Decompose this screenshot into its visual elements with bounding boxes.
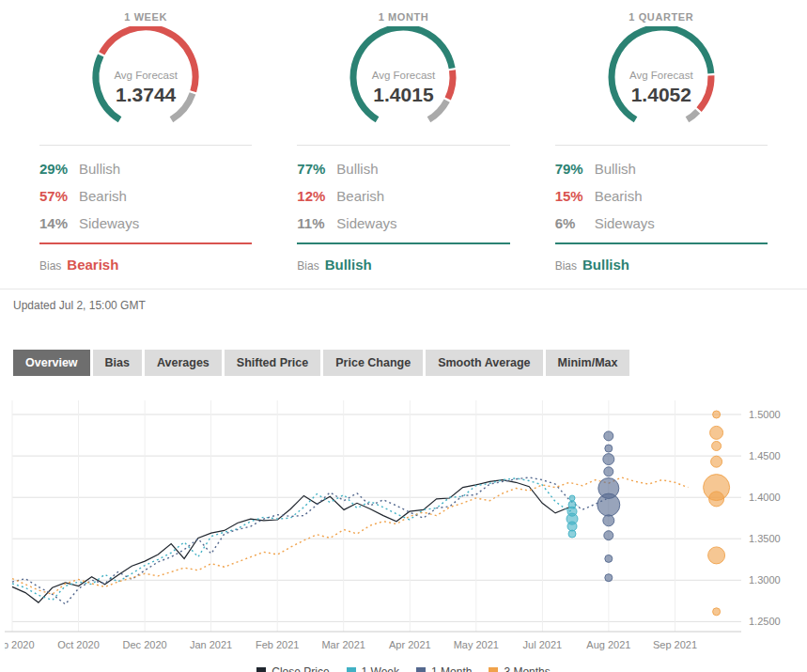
- svg-text:1.3000: 1.3000: [749, 574, 781, 586]
- svg-text:Aug 2021: Aug 2021: [586, 639, 630, 650]
- forecast-poll-widget: 1 WEEK Avg Forecast 1.3744 29% Bullish 5…: [0, 0, 807, 672]
- svg-text:May 2021: May 2021: [454, 639, 499, 650]
- bullish-row: 29% Bullish: [39, 155, 252, 182]
- bullish-percent: 29%: [39, 161, 79, 177]
- sideways-percent: 6%: [555, 215, 595, 231]
- close-price-swatch: [256, 667, 266, 672]
- avg-forecast-label: Avg Forecast: [323, 70, 483, 81]
- sideways-row: 6% Sideways: [555, 210, 768, 237]
- svg-text:1.2500: 1.2500: [749, 616, 781, 627]
- bias-label: Bias: [555, 259, 577, 273]
- one-month-swatch: [416, 667, 426, 672]
- gauge-wrap: Avg Forecast 1.3744: [66, 26, 225, 132]
- tab-smooth-average[interactable]: Smooth Average: [426, 350, 542, 376]
- avg-forecast-label: Avg Forecast: [66, 70, 225, 81]
- avg-forecast-value: 1.4015: [323, 84, 483, 106]
- bias-rule: [555, 242, 768, 244]
- sideways-label: Sideways: [336, 215, 396, 231]
- svg-text:Sep 2021: Sep 2021: [653, 639, 697, 650]
- bias-value: Bullish: [582, 257, 629, 273]
- svg-text:Sep 2020: Sep 2020: [5, 639, 35, 650]
- avg-forecast-value: 1.4052: [582, 84, 741, 106]
- bearish-row: 12% Bearish: [297, 182, 509, 210]
- sideways-row: 14% Sideways: [39, 210, 252, 237]
- forecast-chart[interactable]: 1.25001.30001.35001.40001.45001.5000Sep …: [0, 389, 807, 664]
- one-week-swatch: [347, 667, 356, 672]
- forecast-cards: 1 WEEK Avg Forecast 1.3744 29% Bullish 5…: [0, 11, 807, 273]
- gauge-wrap: Avg Forecast 1.4052: [582, 26, 741, 132]
- card-period-label: 1 WEEK: [39, 11, 252, 23]
- card-period-label: 1 MONTH: [297, 11, 509, 23]
- bullish-row: 77% Bullish: [297, 155, 509, 182]
- svg-text:Jan 2021: Jan 2021: [190, 639, 232, 650]
- chart-tabs: OverviewBiasAveragesShifted PricePrice C…: [13, 350, 807, 376]
- bias-value: Bullish: [325, 257, 372, 273]
- bearish-row: 57% Bearish: [39, 182, 252, 210]
- legend-3-months[interactable]: 3 Months: [489, 665, 550, 672]
- tab-minim-max[interactable]: Minim/Max: [546, 350, 630, 376]
- sideways-percent: 14%: [39, 215, 79, 231]
- card-divider: [555, 145, 768, 146]
- bias-label: Bias: [39, 259, 61, 273]
- bullish-label: Bullish: [79, 161, 120, 177]
- bearish-percent: 57%: [39, 188, 79, 204]
- tab-averages[interactable]: Averages: [145, 350, 222, 376]
- avg-forecast-value: 1.3744: [66, 84, 225, 106]
- bias-rule: [297, 242, 509, 244]
- sideways-label: Sideways: [79, 215, 139, 231]
- svg-text:Mar 2021: Mar 2021: [321, 639, 365, 650]
- card-1-week: 1 WEEK Avg Forecast 1.3744 29% Bullish 5…: [17, 11, 274, 273]
- legend-1-week[interactable]: 1 Week: [347, 665, 399, 672]
- sideways-percent: 11%: [297, 215, 336, 231]
- bearish-label: Bearish: [79, 188, 127, 204]
- tab-shifted-price[interactable]: Shifted Price: [225, 350, 320, 376]
- three-months-swatch: [489, 667, 498, 672]
- svg-text:Dec 2020: Dec 2020: [123, 639, 167, 650]
- avg-forecast-label: Avg Forecast: [582, 70, 741, 81]
- card-period-label: 1 QUARTER: [555, 11, 768, 23]
- svg-text:Feb 2021: Feb 2021: [256, 639, 299, 650]
- bullish-label: Bullish: [595, 161, 636, 177]
- bearish-label: Bearish: [336, 188, 384, 204]
- bearish-row: 15% Bearish: [555, 182, 768, 210]
- legend-close-price[interactable]: Close Price: [256, 665, 329, 672]
- svg-text:1.4000: 1.4000: [749, 492, 781, 503]
- forecast-chart-canvas[interactable]: 1.25001.30001.35001.40001.45001.5000Sep …: [5, 389, 802, 660]
- bias-value: Bearish: [67, 257, 118, 273]
- bearish-label: Bearish: [595, 188, 643, 204]
- updated-timestamp: Updated Jul 2, 15:00 GMT: [0, 289, 807, 312]
- svg-text:Apr 2021: Apr 2021: [389, 639, 431, 650]
- gauge-wrap: Avg Forecast 1.4015: [323, 26, 483, 132]
- bearish-percent: 15%: [555, 188, 595, 204]
- card-1-quarter: 1 QUARTER Avg Forecast 1.4052 79% Bullis…: [533, 11, 790, 273]
- tab-price-change[interactable]: Price Change: [323, 350, 423, 376]
- bullish-row: 79% Bullish: [555, 155, 768, 182]
- tab-bias[interactable]: Bias: [93, 350, 142, 376]
- svg-text:Oct 2020: Oct 2020: [57, 639, 100, 650]
- bullish-label: Bullish: [336, 161, 378, 177]
- card-1-month: 1 MONTH Avg Forecast 1.4015 77% Bullish …: [274, 11, 532, 273]
- svg-text:1.3500: 1.3500: [749, 533, 781, 544]
- card-divider: [297, 145, 509, 146]
- bullish-percent: 79%: [555, 161, 595, 177]
- svg-text:1.5000: 1.5000: [749, 409, 781, 420]
- legend-1-month[interactable]: 1 Month: [416, 665, 472, 672]
- sideways-label: Sideways: [595, 215, 655, 231]
- sideways-row: 11% Sideways: [297, 210, 509, 237]
- bias-label: Bias: [297, 259, 318, 273]
- svg-text:1.4500: 1.4500: [749, 450, 781, 461]
- card-divider: [39, 145, 252, 146]
- bearish-percent: 12%: [297, 188, 336, 204]
- tab-overview[interactable]: Overview: [13, 350, 90, 376]
- svg-text:Jul 2021: Jul 2021: [523, 639, 563, 650]
- bias-rule: [39, 242, 252, 244]
- chart-legend: Close Price 1 Week 1 Month 3 Months: [0, 665, 807, 672]
- bullish-percent: 77%: [297, 161, 336, 177]
